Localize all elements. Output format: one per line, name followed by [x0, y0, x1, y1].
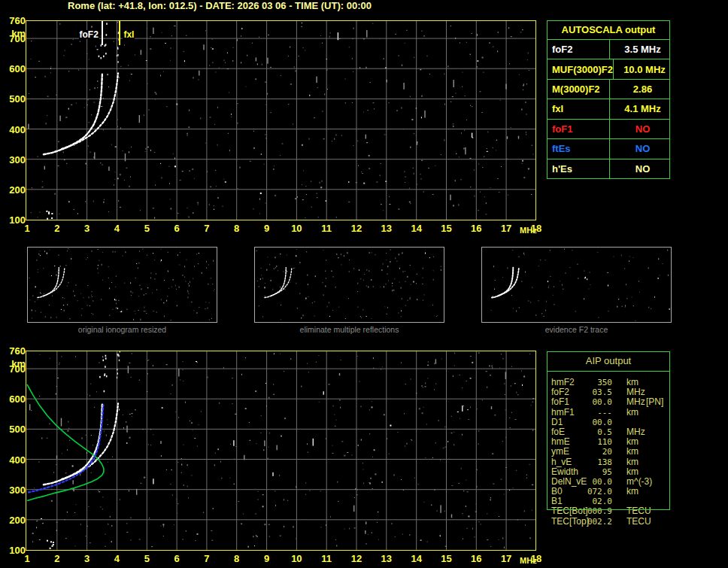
- aip-unit: TECU: [626, 506, 651, 516]
- aip-label: hmF1: [551, 408, 575, 418]
- x-tick-label: 17: [499, 554, 514, 563]
- thumb-o-trace: [492, 268, 513, 298]
- plot-frame: [26, 21, 536, 220]
- aip-unit: km: [626, 457, 639, 467]
- aip-row-fof1: foF100.0MHz[PN]: [547, 397, 670, 407]
- x-tick-label: 1: [20, 223, 35, 233]
- x-tick-label: 10: [289, 223, 304, 233]
- y-tick-label: 300: [3, 485, 26, 495]
- aip-value: 350: [574, 378, 612, 387]
- autoscala-row-fof1: foF1 NO: [548, 120, 669, 139]
- value-cell: 4.1 MHz: [610, 99, 669, 118]
- x-tick-label: 11: [319, 554, 334, 563]
- x-tick-label: 7: [199, 554, 214, 563]
- aip-value: 02.0: [574, 497, 612, 506]
- aip-unit: MHz: [626, 427, 645, 437]
- y-tick-label: 500: [3, 424, 26, 434]
- label-cell: MUF(3000)F2: [548, 59, 614, 78]
- grid: [26, 21, 535, 220]
- x-tick-label: 2: [50, 223, 65, 233]
- y-tick-label: 600: [3, 64, 26, 74]
- aip-value: 0.5: [574, 427, 612, 437]
- aip-value: 072.0: [574, 487, 612, 497]
- aip-value: ---: [574, 408, 612, 418]
- plot-frame: [26, 351, 536, 551]
- autoscala-row-fxi: fxI 4.1 MHz: [548, 99, 669, 119]
- aip-value: 00.0: [574, 397, 612, 407]
- fof2-marker-line: [102, 21, 103, 45]
- aip-row-h-ve: h_vE138km: [547, 457, 670, 467]
- aip-value: 20: [574, 447, 612, 457]
- x-tick-label: 7: [199, 223, 214, 233]
- x-tick-label: 4: [109, 223, 124, 233]
- autoscala-table: AUTOSCALA output foF2 3.5 MHz MUF(3000)F…: [547, 20, 670, 179]
- aip-value: 95: [574, 467, 612, 477]
- value-cell: NO: [610, 139, 669, 158]
- aip-value: 110: [574, 437, 612, 447]
- x-tick-label: 5: [139, 223, 154, 233]
- y-tick-label: 200: [3, 185, 26, 195]
- aip-row-hmf1: hmF1---km: [547, 408, 670, 418]
- aip-label: foF1: [551, 397, 569, 407]
- x-tick-label: 5: [139, 554, 154, 563]
- aip-value: 000.9: [574, 506, 612, 516]
- value-cell: NO: [610, 159, 669, 178]
- value-cell: 2.86: [610, 80, 669, 99]
- aip-label: D1: [551, 418, 563, 427]
- value-cell: 3.5 MHz: [610, 40, 669, 59]
- y-axis-unit: km: [3, 29, 26, 38]
- y-tick-label: 200: [3, 515, 26, 525]
- x-tick-label: 14: [409, 223, 424, 233]
- aip-unit: km: [626, 447, 639, 457]
- x-tick-label: 13: [379, 554, 394, 563]
- fof2-marker-label: foF2: [79, 30, 99, 39]
- x-tick-label: 15: [438, 554, 453, 563]
- y-tick-label: 760: [3, 16, 26, 26]
- y-tick-label: 500: [3, 94, 26, 104]
- aip-unit: km: [626, 467, 639, 477]
- blue-fitted-trace: [29, 405, 104, 492]
- aip-unit: km: [626, 437, 639, 447]
- thumbnail-caption: eliminate multiple reflections: [254, 325, 444, 334]
- bottom-ionogram-canvas: [26, 351, 536, 551]
- x-tick-label: 6: [169, 554, 184, 563]
- thumb-x-trace: [499, 267, 519, 296]
- aip-row-tec-bot-: TEC[Bot]000.9TECU: [547, 506, 670, 516]
- x-tick-label: 16: [469, 223, 484, 233]
- aip-unit: MHz: [626, 397, 645, 407]
- thumbnail-no-reflections: [254, 247, 444, 323]
- aip-unit: TECU: [626, 517, 651, 527]
- grid: [26, 351, 535, 550]
- x-axis-unit: MHz: [520, 557, 537, 565]
- label-cell: foF2: [548, 40, 610, 59]
- autoscala-header: AUTOSCALA output: [548, 21, 669, 40]
- x-tick-label: 14: [409, 554, 424, 563]
- aip-value: 03.5: [574, 387, 612, 397]
- x-tick-label: 13: [379, 223, 394, 233]
- y-tick-label: 760: [3, 346, 26, 356]
- value-cell: NO: [610, 120, 669, 138]
- o-mode-trace: [44, 74, 102, 155]
- o-mode-trace: [44, 405, 102, 485]
- aip-row-deln-ve: DelN_vE00.0m^(-3): [547, 477, 670, 487]
- x-mode-trace: [62, 403, 118, 479]
- autoscala-row-muf: MUF(3000)F2 10.0 MHz: [548, 59, 669, 79]
- aip-note: [PN]: [646, 397, 663, 407]
- thumb-x-trace: [271, 267, 292, 296]
- x-tick-label: 2: [50, 554, 65, 563]
- aip-value: 138: [574, 457, 612, 467]
- x-tick-label: 9: [259, 223, 275, 233]
- top-ionogram-canvas: [26, 20, 536, 220]
- thumbnail-caption: original ionogram resized: [27, 325, 217, 334]
- label-cell: h'Es: [548, 159, 610, 178]
- aip-row-ewidth: Ewidth95km: [547, 467, 670, 477]
- x-tick-label: 11: [319, 223, 334, 233]
- x-tick-label: 3: [80, 554, 95, 563]
- green-profile-curve: [27, 384, 104, 501]
- aip-value: 00.0: [574, 477, 612, 487]
- y-tick-label: 600: [3, 394, 26, 404]
- aip-value: 00.0: [574, 418, 612, 427]
- y-axis-unit: km: [3, 359, 26, 369]
- aip-label: ymE: [551, 447, 569, 457]
- x-tick-label: 12: [349, 554, 364, 563]
